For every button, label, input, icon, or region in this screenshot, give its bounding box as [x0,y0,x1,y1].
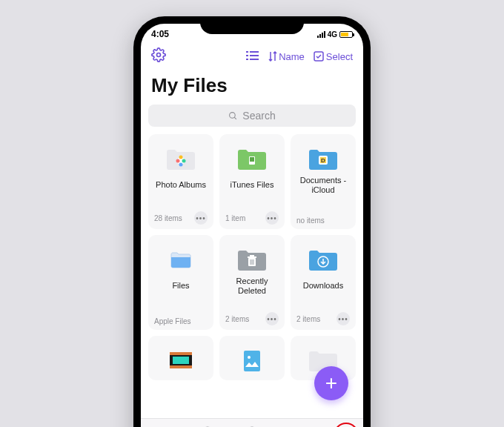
svg-rect-21 [250,255,254,256]
folder-downloads[interactable]: Downloads 2 items ••• [291,235,356,330]
gear-icon[interactable] [151,47,166,65]
svg-point-8 [230,112,236,118]
folder-label: Files [154,277,208,296]
svg-rect-4 [250,55,259,56]
svg-point-12 [182,159,186,163]
folder-photo-albums[interactable]: Photo Albums 28 items ••• [148,134,213,229]
select-button[interactable]: Select [314,51,353,62]
network-label: 4G [328,30,337,39]
view-toggle-icon[interactable] [246,50,259,63]
status-time: 4:05 [151,29,169,39]
folder-meta: 1 item [225,214,245,222]
signal-icon [317,31,325,38]
trash-folder-icon [225,242,279,277]
folder-menu-button[interactable]: ••• [265,312,279,325]
plus-icon: + [325,371,337,395]
screen: 4:05 4G Name Select [141,24,363,427]
search-input[interactable]: Search [148,105,356,127]
svg-point-14 [176,159,180,163]
folder-menu-button[interactable]: ••• [265,211,279,225]
tab-bar: My Files Connections Recents Add-ons [141,418,363,427]
svg-point-13 [179,163,183,167]
folder-item[interactable] [219,336,285,380]
folder-item[interactable] [148,336,213,380]
search-icon [228,111,238,121]
image-thumb-icon [225,343,279,377]
media-thumb-icon [154,343,208,377]
toolbar: Name Select [141,44,363,71]
search-placeholder: Search [242,110,275,122]
folder-label: Downloads [296,277,350,296]
svg-rect-3 [246,55,248,56]
folder-recently-deleted[interactable]: Recently Deleted 2 items ••• [219,235,285,330]
svg-rect-6 [250,59,259,60]
files-folder-icon [154,242,208,277]
folder-meta: 2 items [225,315,249,323]
svg-point-11 [179,156,183,159]
phone-frame: 4:05 4G Name Select [133,16,371,427]
photos-folder-icon [154,142,208,176]
status-right: 4G [317,30,353,39]
page-title: My Files [141,71,363,105]
svg-point-0 [157,53,161,57]
svg-rect-20 [248,256,256,258]
svg-point-31 [248,356,251,359]
svg-rect-29 [173,357,189,364]
add-button[interactable]: + [314,366,348,400]
svg-rect-28 [170,365,192,368]
folder-meta: 28 items [154,214,182,222]
documents-folder-icon: D [296,142,350,176]
svg-rect-16 [250,157,254,162]
folder-label: Recently Deleted [225,277,279,296]
folder-meta: 2 items [296,315,320,323]
svg-rect-30 [244,351,260,371]
itunes-folder-icon [225,142,279,176]
notch [200,16,304,34]
folder-itunes-files[interactable]: iTunes Files 1 item ••• [219,134,285,229]
folder-label: Documents - iCloud [296,176,350,195]
folder-meta: Apple Files [154,317,190,325]
folder-documents-icloud[interactable]: D Documents - iCloud no items [291,134,356,229]
svg-rect-27 [170,352,192,355]
folder-menu-button[interactable]: ••• [194,211,208,225]
svg-rect-2 [250,51,259,53]
folder-menu-button[interactable]: ••• [336,312,350,325]
svg-text:D: D [321,157,325,164]
folder-label: iTunes Files [225,176,279,195]
folder-meta: no items [296,216,325,225]
sort-button[interactable]: Name [268,51,305,62]
folder-files[interactable]: Files Apple Files [148,235,213,330]
svg-line-9 [234,117,236,119]
folder-label: Photo Albums [154,176,208,195]
downloads-folder-icon [296,242,350,277]
svg-rect-5 [246,59,248,60]
battery-icon [339,31,353,38]
svg-rect-1 [246,51,248,53]
